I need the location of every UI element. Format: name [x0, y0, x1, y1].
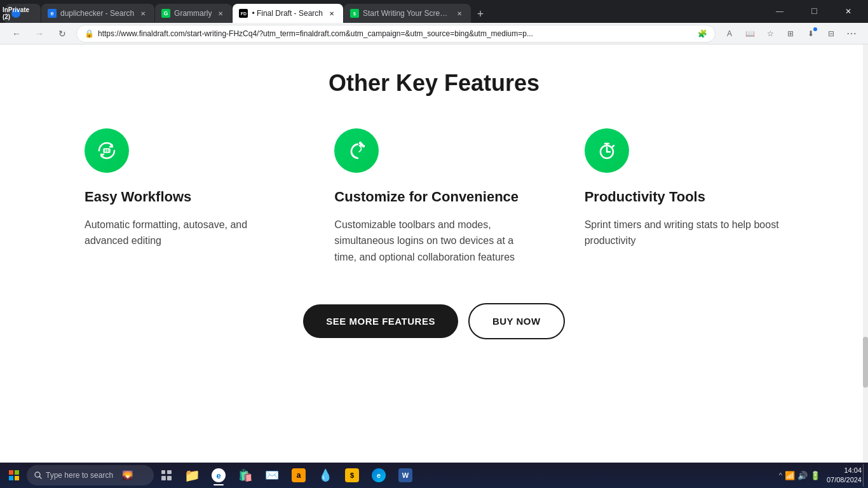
url-field[interactable]: 🔒 https://www.finaldraft.com/start-writi…: [76, 25, 715, 43]
taskbar-app-dropbox[interactable]: 💧: [313, 464, 338, 487]
sync-icon: [95, 139, 118, 162]
tab-title-grammarly: Grammarly: [174, 9, 212, 18]
extensions-icon: 🧩: [698, 29, 707, 38]
productivity-desc: Sprint timers and writing stats to help …: [585, 217, 783, 249]
tab-title-duplichecker: duplichecker - Search: [60, 9, 134, 18]
minimize-button[interactable]: —: [765, 0, 794, 23]
taskbar-app-amazon[interactable]: a: [286, 464, 311, 487]
task-view-icon: [161, 470, 172, 480]
url-text: https://www.finaldraft.com/start-writing…: [98, 29, 694, 38]
tab-finaldraft[interactable]: FD • Final Draft - Search ✕: [233, 4, 343, 23]
sidebar-icon[interactable]: ⊟: [822, 25, 840, 43]
taskbar-app-store[interactable]: 🛍️: [233, 464, 258, 487]
tab-close-startwriting[interactable]: ✕: [454, 8, 465, 18]
features-grid: Easy Workflows Automatic formatting, aut…: [85, 128, 783, 265]
scrollbar: [863, 44, 868, 463]
svg-point-5: [360, 142, 361, 144]
tab-title-finaldraft: • Final Draft - Search: [252, 9, 323, 18]
toolbar-icons: A 📖 ☆ ⊞ ⬇ ⊟ ⋯: [721, 25, 860, 43]
customize-title: Customize for Convenience: [334, 188, 519, 207]
svg-rect-19: [161, 470, 165, 474]
feature-card-customize: Customize for Convenience Customizable t…: [334, 128, 533, 265]
timer-icon: [595, 139, 618, 162]
downloads-icon[interactable]: ⬇: [802, 25, 820, 43]
tab-duplichecker[interactable]: e duplichecker - Search ✕: [41, 4, 154, 23]
tab-favicon-startwriting: $: [350, 9, 359, 18]
clock-date: 07/08/2024: [827, 475, 862, 485]
productivity-title: Productivity Tools: [585, 188, 705, 207]
see-more-features-button[interactable]: SEE MORE FEATURES: [303, 304, 458, 338]
profile-icon[interactable]: A: [721, 25, 738, 43]
taskbar-app-mail[interactable]: ✉️: [259, 464, 285, 487]
customize-icon-container: [334, 128, 379, 173]
svg-rect-15: [9, 476, 13, 480]
tab-close-inprivate[interactable]: [24, 8, 34, 18]
window-controls: — ☐ ✕: [765, 0, 863, 23]
favorites-icon[interactable]: ☆: [761, 25, 779, 43]
tab-title-startwriting: Start Writing Your Screenplay wi...: [363, 9, 451, 18]
svg-rect-21: [161, 476, 166, 480]
tab-startwriting[interactable]: $ Start Writing Your Screenplay wi... ✕: [344, 4, 471, 23]
network-icon: 📶: [785, 471, 795, 480]
lock-icon: 🔒: [85, 29, 94, 38]
taskbar-app-word[interactable]: W: [393, 464, 418, 487]
customize-desc: Customizable toolbars and modes, simulta…: [334, 217, 533, 266]
system-tray-chevron[interactable]: ^: [779, 471, 782, 479]
forward-button[interactable]: →: [31, 25, 48, 43]
reload-button[interactable]: ↻: [53, 25, 71, 43]
taskbar-app-file-explorer[interactable]: 📁: [179, 464, 205, 487]
svg-rect-22: [167, 476, 172, 480]
address-bar: ← → ↻ 🔒 https://www.finaldraft.com/start…: [0, 23, 868, 44]
tab-favicon-inprivate: InPrivate (2): [11, 9, 20, 18]
close-button[interactable]: ✕: [834, 0, 863, 23]
start-button[interactable]: [3, 464, 25, 487]
tab-favicon-grammarly: G: [161, 9, 170, 18]
easy-workflows-title: Easy Workflows: [85, 188, 191, 207]
buy-now-button[interactable]: BUY NOW: [468, 303, 565, 339]
tab-bar: InPrivate (2) e duplichecker - Search ✕ …: [5, 0, 757, 23]
taskbar-search[interactable]: Type here to search 🌄: [27, 465, 154, 485]
tab-close-finaldraft[interactable]: ✕: [327, 8, 337, 18]
taskbar: Type here to search 🌄 📁 e 🛍️ ✉️ a 💧 $ e …: [0, 463, 868, 488]
easy-workflows-icon-container: [85, 128, 129, 173]
system-clock[interactable]: 14:04 07/08/2024: [827, 466, 862, 485]
windows-logo-icon: [9, 470, 19, 480]
taskbar-app-sketch[interactable]: $: [339, 464, 365, 487]
svg-line-12: [613, 146, 614, 147]
tab-inprivate[interactable]: InPrivate (2): [5, 4, 41, 23]
svg-rect-13: [9, 470, 13, 475]
clock-time: 14:04: [844, 466, 862, 475]
task-view-button[interactable]: [155, 464, 178, 487]
tab-grammarly[interactable]: G Grammarly ✕: [155, 4, 232, 23]
svg-rect-14: [15, 470, 19, 475]
taskbar-app-edge2[interactable]: e: [366, 464, 391, 487]
taskbar-app-edge[interactable]: e: [206, 464, 231, 487]
maximize-button[interactable]: ☐: [799, 0, 829, 23]
feature-card-easy-workflows: Easy Workflows Automatic formatting, aut…: [85, 128, 283, 265]
feature-card-productivity: Productivity Tools Sprint timers and wri…: [585, 128, 783, 265]
taskbar-search-text: Type here to search: [46, 471, 113, 480]
tab-favicon-finaldraft: FD: [239, 9, 248, 18]
svg-point-6: [363, 146, 364, 147]
more-icon[interactable]: ⋯: [843, 25, 860, 43]
battery-icon: 🔋: [810, 471, 820, 480]
tab-close-grammarly[interactable]: ✕: [215, 8, 226, 18]
svg-rect-20: [167, 470, 172, 474]
back-button[interactable]: ←: [8, 25, 25, 43]
moon-icon: [345, 139, 368, 162]
show-desktop-button[interactable]: [863, 464, 865, 487]
page-content: Other Key Features Easy Workflows Automa…: [0, 44, 868, 463]
volume-icon: 🔊: [797, 471, 808, 480]
scrollbar-thumb[interactable]: [863, 337, 868, 388]
svg-rect-16: [15, 476, 19, 480]
collections-icon[interactable]: ⊞: [782, 25, 799, 43]
page-title: Other Key Features: [329, 70, 539, 97]
reading-view-icon[interactable]: 📖: [741, 25, 759, 43]
tab-close-duplichecker[interactable]: ✕: [138, 8, 148, 18]
browser-chrome: InPrivate (2) e duplichecker - Search ✕ …: [0, 0, 868, 23]
svg-line-18: [39, 477, 41, 478]
system-tray: ^ 📶 🔊 🔋: [774, 471, 825, 480]
cta-buttons: SEE MORE FEATURES BUY NOW: [303, 303, 564, 339]
new-tab-button[interactable]: +: [471, 5, 489, 23]
tab-favicon-duplichecker: e: [48, 9, 57, 18]
